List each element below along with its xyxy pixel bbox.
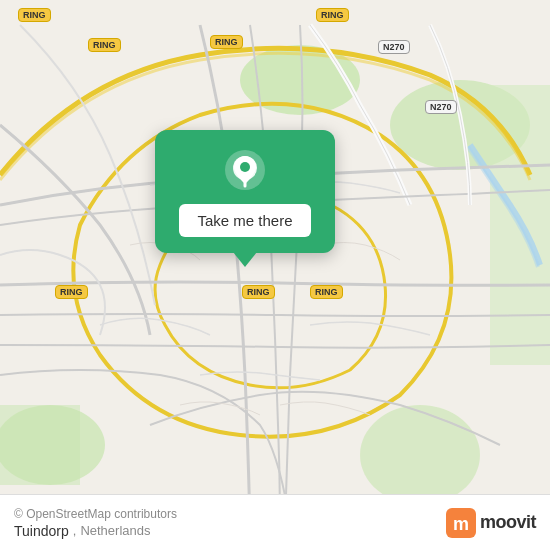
country-name: Netherlands	[80, 523, 150, 538]
popup-card: Take me there	[155, 130, 335, 253]
svg-rect-6	[0, 405, 80, 485]
location-pin-icon	[223, 148, 267, 192]
bottom-bar: © OpenStreetMap contributors Tuindorp , …	[0, 494, 550, 550]
country-text: ,	[73, 523, 77, 538]
n270-badge-2: N270	[425, 100, 457, 114]
moovit-text: moovit	[480, 512, 536, 533]
ring-badge-1: RING	[88, 38, 121, 52]
location-name: Tuindorp	[14, 523, 69, 539]
ring-badge-5: RING	[55, 285, 88, 299]
ring-badge-7: RING	[310, 285, 343, 299]
svg-point-5	[360, 405, 480, 505]
take-me-there-button[interactable]: Take me there	[179, 204, 310, 237]
ring-badge-4: RING	[18, 8, 51, 22]
ring-badge-3: RING	[316, 8, 349, 22]
attribution-text: © OpenStreetMap contributors	[14, 507, 177, 521]
map-svg	[0, 0, 550, 550]
ring-badge-2: RING	[210, 35, 243, 49]
ring-badge-6: RING	[242, 285, 275, 299]
n270-badge-1: N270	[378, 40, 410, 54]
map-container: RING RING RING N270 N270 RING RING RING …	[0, 0, 550, 550]
moovit-logo: m moovit	[446, 508, 536, 538]
svg-text:m: m	[453, 514, 469, 534]
svg-point-10	[240, 162, 250, 172]
moovit-icon: m	[446, 508, 476, 538]
